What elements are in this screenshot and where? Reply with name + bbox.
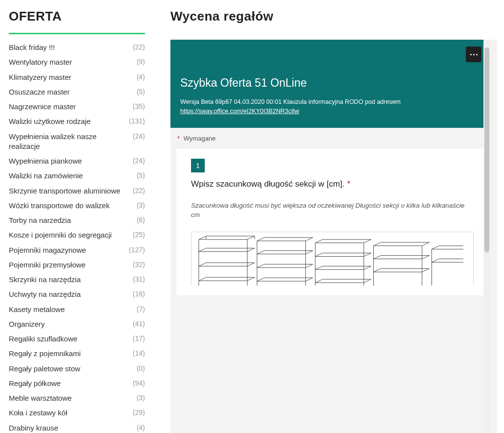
sidebar-item[interactable]: Skrzynki na narzędzia(31) [9, 272, 145, 287]
sidebar-item-count: (94) [133, 379, 145, 388]
sidebar-item-count: (131) [129, 117, 145, 126]
sidebar-item-label: Wentylatory master [9, 57, 137, 67]
required-label: Wymagane [184, 135, 216, 142]
sidebar-item[interactable]: Walizki użytkowe rodzaje(131) [9, 114, 145, 129]
sidebar-item-label: Skrzynie transportowe aluminiowe [9, 186, 133, 196]
scrollbar-thumb[interactable] [484, 48, 489, 252]
form-subtitle-text: Wersja Beta 69p67 04.03.2020 00:01 Klauz… [180, 98, 401, 105]
sidebar-item-label: Walizki użytkowe rodzaje [9, 117, 129, 126]
sidebar-item-count: (5) [137, 171, 145, 180]
sidebar-item-count: (24) [133, 156, 145, 166]
sidebar-item[interactable]: Organizery(41) [9, 317, 145, 332]
form-header: Szybka Oferta 51 OnLine Wersja Beta 69p6… [170, 40, 490, 128]
more-options-button[interactable] [466, 47, 481, 62]
sidebar-item-label: Meble warsztatowe [9, 393, 137, 403]
sidebar-item[interactable]: Pojemniki magazynowe(127) [9, 243, 145, 258]
sidebar-item-label: Uchwyty na narzędzia [9, 289, 133, 299]
sidebar-item-count: (35) [133, 102, 145, 111]
sidebar-item-label: Organizery [9, 319, 133, 329]
sidebar-item[interactable]: Regaliki szufladkowe(17) [9, 332, 145, 346]
sidebar-item[interactable]: Skrzynie transportowe aluminiowe(22) [9, 184, 145, 198]
sidebar-item[interactable]: Klimatyzery master(4) [9, 70, 145, 85]
sidebar-item-count: (6) [137, 216, 145, 225]
sidebar-item-label: Wypełnienia walizek nasze realizacje [9, 132, 133, 152]
sidebar-item-label: Klimatyzery master [9, 72, 137, 82]
sidebar-item[interactable]: Regały z pojemnikami(14) [9, 346, 145, 361]
question-title: Wpisz szacunkową długość sekcji w [cm]. … [191, 179, 474, 189]
sidebar: OFERTA Black friday !!!(22)Wentylatory m… [0, 0, 154, 433]
sidebar-item-label: Drabiny krause [9, 423, 137, 433]
sidebar-item[interactable]: Kosze i pojemniki do segregacji(25) [9, 228, 145, 242]
required-asterisk-icon: * [347, 179, 350, 189]
sidebar-item-label: Regały paletowe stow [9, 364, 137, 374]
sidebar-item[interactable]: Regały paletowe stow(0) [9, 361, 145, 376]
sidebar-item-count: (22) [133, 186, 145, 195]
sidebar-item[interactable]: Pojemniki przemysłowe(32) [9, 258, 145, 272]
sidebar-item-count: (4) [137, 423, 145, 433]
sidebar-item-count: (0) [137, 364, 145, 373]
asterisk-icon: * [177, 135, 180, 142]
sidebar-item-count: (4) [137, 72, 145, 82]
sidebar-item-count: (127) [129, 245, 145, 255]
question-title-text: Wpisz szacunkową długość sekcji w [cm]. [191, 179, 347, 189]
sidebar-item-count: (41) [133, 319, 145, 329]
sidebar-item[interactable]: Regały półkowe(94) [9, 376, 145, 391]
sidebar-item[interactable]: Walizki na zamówienie(5) [9, 168, 145, 183]
sidebar-item-count: (22) [133, 43, 145, 52]
sidebar-item-count: (25) [133, 230, 145, 240]
sidebar-item[interactable]: Torby na narzedzia(6) [9, 213, 145, 228]
form-iframe[interactable]: Szybka Oferta 51 OnLine Wersja Beta 69p6… [170, 40, 497, 433]
sidebar-item-count: (29) [133, 408, 145, 417]
sidebar-title: OFERTA [9, 9, 145, 34]
sidebar-item-label: Kosze i pojemniki do segregacji [9, 230, 133, 240]
sidebar-item[interactable]: Nagrzewnice master(35) [9, 99, 145, 114]
sidebar-item-count: (16) [133, 289, 145, 299]
sidebar-item-label: Koła i zestawy kół [9, 408, 133, 418]
question-hint: Szacunkowa długość musi być większa od o… [191, 201, 474, 220]
sidebar-item-count: (3) [137, 393, 145, 403]
sidebar-item-count: (9) [137, 57, 145, 67]
page-title: Wycena regałów [170, 9, 497, 24]
sidebar-item-label: Torby na narzedzia [9, 216, 137, 225]
form-title: Szybka Oferta 51 OnLine [180, 76, 480, 90]
sidebar-item-label: Osuszacze master [9, 87, 137, 97]
sidebar-item-count: (31) [133, 275, 145, 284]
sidebar-item-count: (3) [137, 201, 145, 210]
sidebar-item[interactable]: Drabiny krause(4) [9, 421, 145, 433]
sidebar-item[interactable]: Osuszacze master(5) [9, 85, 145, 99]
sidebar-item[interactable]: Koła i zestawy kół(29) [9, 406, 145, 420]
sidebar-item[interactable]: Wózki transportowe do walizek(3) [9, 198, 145, 213]
sidebar-item-label: Black friday !!! [9, 43, 133, 52]
sidebar-item-count: (24) [133, 132, 145, 141]
sidebar-item[interactable]: Uchwyty na narzędzia(16) [9, 287, 145, 302]
sidebar-item-label: Regały z pojemnikami [9, 349, 133, 359]
sidebar-item-label: Regaliki szufladkowe [9, 334, 133, 344]
sidebar-item-label: Kasety metalowe [9, 305, 137, 314]
form-rodo-link[interactable]: https://sway.office.com/eI2KY0I3B2NR3c8w [180, 108, 299, 115]
sidebar-item[interactable]: Kasety metalowe(7) [9, 302, 145, 317]
form-subtitle: Wersja Beta 69p67 04.03.2020 00:01 Klauz… [180, 97, 480, 116]
question-1: 1 Wpisz szacunkową długość sekcji w [cm]… [176, 149, 484, 295]
sidebar-item-count: (17) [133, 334, 145, 343]
sidebar-item-label: Pojemniki przemysłowe [9, 260, 133, 270]
sidebar-item-count: (5) [137, 87, 145, 96]
sidebar-item[interactable]: Black friday !!!(22) [9, 40, 145, 55]
main: Wycena regałów Szybka Oferta 51 OnLine W… [154, 0, 504, 433]
shelf-diagram [191, 232, 474, 286]
sidebar-item-label: Skrzynki na narzędzia [9, 275, 133, 285]
required-legend: * Wymagane [176, 135, 484, 142]
sidebar-item-label: Nagrzewnice master [9, 102, 133, 112]
sidebar-item-count: (32) [133, 260, 145, 269]
sidebar-item[interactable]: Wypełnienia walizek nasze realizacje(24) [9, 129, 145, 154]
sidebar-item[interactable]: Wypełnienia piankowe(24) [9, 154, 145, 168]
sidebar-item-label: Pojemniki magazynowe [9, 245, 129, 255]
sidebar-item-count: (14) [133, 349, 145, 358]
sidebar-item[interactable]: Wentylatory master(9) [9, 55, 145, 70]
form-body: * Wymagane 1 Wpisz szacunkową długość se… [170, 128, 490, 302]
sidebar-item-count: (7) [137, 305, 145, 314]
sidebar-item-label: Walizki na zamówienie [9, 171, 137, 181]
sidebar-item[interactable]: Meble warsztatowe(3) [9, 391, 145, 406]
sidebar-item-label: Wózki transportowe do walizek [9, 201, 137, 211]
sidebar-item-label: Wypełnienia piankowe [9, 156, 133, 166]
iframe-scrollbar[interactable] [483, 40, 490, 433]
